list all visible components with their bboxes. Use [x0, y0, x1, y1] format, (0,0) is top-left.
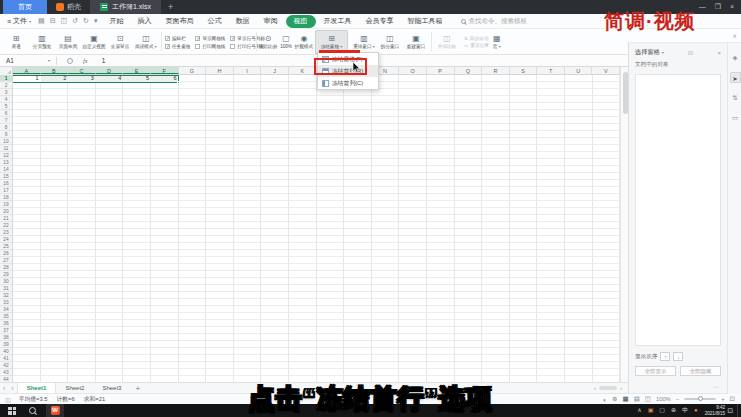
column-header-U[interactable]: U [565, 67, 593, 74]
view-mode-普通[interactable]: ⊞普通 [3, 30, 29, 54]
close-button[interactable]: × [730, 0, 734, 14]
row-header-27[interactable]: 27 [0, 257, 12, 264]
column-header-S[interactable]: S [510, 67, 538, 74]
row-header-18[interactable]: 18 [0, 194, 12, 201]
row-header-2[interactable]: 2 [0, 82, 12, 89]
vertical-scrollbar-thumb[interactable] [623, 72, 628, 114]
cell-D1[interactable]: 4 [96, 75, 124, 82]
tab-开始[interactable]: 开始 [104, 15, 130, 27]
tab-插入[interactable]: 插入 [132, 15, 158, 27]
row-header-1[interactable]: 1 [0, 75, 12, 82]
tab-视图[interactable]: 视图 [286, 15, 316, 28]
column-header-V[interactable]: V [592, 67, 620, 74]
row-header-29[interactable]: 29 [0, 271, 12, 278]
tab-智能工具箱[interactable]: 智能工具箱 [402, 15, 449, 27]
row-header-38[interactable]: 38 [0, 334, 12, 341]
row-header-14[interactable]: 14 [0, 166, 12, 173]
view-mode-自定义视图[interactable]: ▣自定义视图 [81, 30, 107, 54]
view-mode-分页预览[interactable]: ▥分页预览 [29, 30, 55, 54]
tab-开发工具[interactable]: 开发工具 [318, 15, 358, 27]
document-tab[interactable]: 工作簿1.xlsx [90, 0, 161, 14]
row-header-10[interactable]: 10 [0, 138, 12, 145]
row-header-26[interactable]: 26 [0, 250, 12, 257]
window-拆分窗口[interactable]: ◫拆分窗口 [377, 30, 403, 54]
row-header-34[interactable]: 34 [0, 306, 12, 313]
row-header-43[interactable]: 43 [0, 369, 12, 376]
row-header-39[interactable]: 39 [0, 341, 12, 348]
chevron-down-icon[interactable]: ▾ [662, 50, 664, 55]
view-mode-阅读模式[interactable]: ◫阅读模式 ▾ [133, 30, 159, 54]
row-header-11[interactable]: 11 [0, 145, 12, 152]
home-tab[interactable]: 首页 [3, 0, 47, 14]
select-tool-icon[interactable]: ➤ [730, 72, 741, 83]
command-search[interactable]: 查找命令、搜索模板 [461, 17, 528, 26]
column-header-J[interactable]: J [261, 67, 289, 74]
menu-item-冻结首列(C)[interactable]: 冻结首列(C) [318, 77, 378, 89]
ribbon-collapse-button[interactable]: ∧ [733, 32, 737, 39]
column-header-B[interactable]: B [41, 67, 69, 74]
row-header-15[interactable]: 15 [0, 173, 12, 180]
column-header-O[interactable]: O [399, 67, 427, 74]
cell-A1[interactable]: 1 [13, 75, 41, 82]
row-header-35[interactable]: 35 [0, 313, 12, 320]
tab-审阅[interactable]: 审阅 [258, 15, 284, 27]
column-header-G[interactable]: G [179, 67, 207, 74]
tab-数据[interactable]: 数据 [230, 15, 256, 27]
column-header-E[interactable]: E [123, 67, 151, 74]
checkbox-编辑栏[interactable]: 编辑栏 [165, 36, 190, 41]
column-header-A[interactable]: A [13, 67, 41, 74]
vertical-scrollbar[interactable] [620, 67, 628, 382]
minimize-button[interactable]: — [699, 0, 706, 14]
file-menu-button[interactable]: ≡ 文件 ▾ [0, 16, 38, 26]
row-header-32[interactable]: 32 [0, 292, 12, 299]
close-pane-icon[interactable]: × [717, 50, 721, 56]
column-header-I[interactable]: I [234, 67, 262, 74]
undo-icon[interactable]: ↺ [72, 17, 78, 25]
hide-all-button[interactable]: 全部隐藏 [680, 366, 721, 376]
row-header-24[interactable]: 24 [0, 236, 12, 243]
column-header-P[interactable]: P [427, 67, 455, 74]
row-header-31[interactable]: 31 [0, 285, 12, 292]
move-up-button[interactable]: ↑ [660, 352, 670, 361]
row-header-28[interactable]: 28 [0, 264, 12, 271]
row-header-36[interactable]: 36 [0, 320, 12, 327]
tab-会员专享[interactable]: 会员专享 [360, 15, 400, 27]
row-header-41[interactable]: 41 [0, 355, 12, 362]
side-by-side-button[interactable]: ◫并排比较 [434, 30, 460, 54]
sync-scroll-button[interactable]: ⇅同步滚动 [464, 36, 489, 41]
checkbox-任务窗格[interactable]: 任务窗格 [165, 44, 190, 49]
new-tab-button[interactable]: + [168, 2, 173, 12]
formula-input[interactable]: 1 [102, 57, 106, 64]
column-header-C[interactable]: C [68, 67, 96, 74]
row-header-37[interactable]: 37 [0, 327, 12, 334]
zoom-护眼模式[interactable]: ◉护眼模式 [295, 30, 313, 54]
move-down-button[interactable]: ↓ [673, 352, 683, 361]
fx-helper-icon[interactable] [67, 58, 73, 64]
row-header-21[interactable]: 21 [0, 215, 12, 222]
row-header-16[interactable]: 16 [0, 180, 12, 187]
macro-button[interactable]: ▦宏 ▾ [489, 30, 505, 54]
objects-list[interactable] [635, 74, 721, 346]
row-header-22[interactable]: 22 [0, 222, 12, 229]
tab-页面布局[interactable]: 页面布局 [160, 15, 200, 27]
zoom-显示比例[interactable]: ⊙显示比例 [259, 30, 277, 54]
checkbox-打印网格线[interactable]: 打印网格线 [195, 44, 225, 49]
docer-tab[interactable]: 稻壳 [47, 2, 90, 12]
view-mode-页面布局[interactable]: ▤页面布局 [55, 30, 81, 54]
column-header-Q[interactable]: Q [455, 67, 483, 74]
show-all-button[interactable]: 全部显示 [635, 366, 676, 376]
view-mode-全屏显示[interactable]: ⊡全屏显示 [107, 30, 133, 54]
tab-公式[interactable]: 公式 [202, 15, 228, 27]
cell-C1[interactable]: 3 [68, 75, 96, 82]
row-header-30[interactable]: 30 [0, 278, 12, 285]
column-header-D[interactable]: D [96, 67, 124, 74]
column-header-F[interactable]: F [151, 67, 179, 74]
checkbox-显示网格线[interactable]: 显示网格线 [195, 36, 225, 41]
row-header-17[interactable]: 17 [0, 187, 12, 194]
row-header-13[interactable]: 13 [0, 159, 12, 166]
popout-pane-icon[interactable]: ⊡ [688, 49, 693, 56]
row-header-6[interactable]: 6 [0, 110, 12, 117]
column-header-T[interactable]: T [537, 67, 565, 74]
zoom-100%[interactable]: ▢100% [277, 30, 295, 54]
name-box[interactable]: A1 ▾ [0, 57, 56, 64]
